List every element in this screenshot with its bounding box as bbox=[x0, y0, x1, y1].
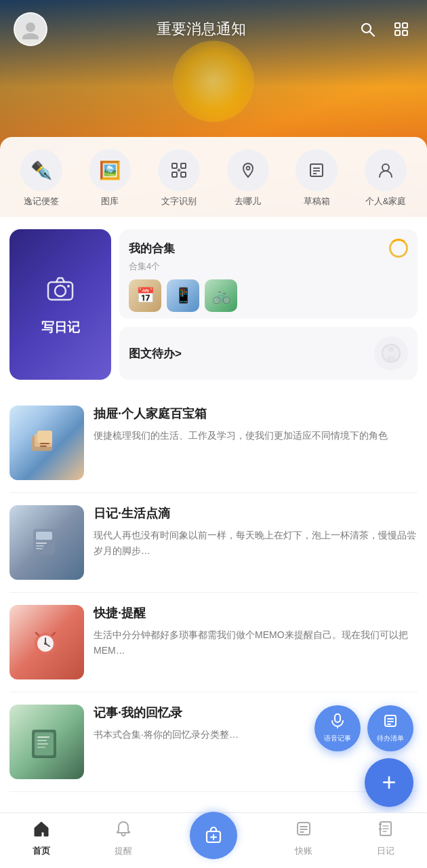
center-nav-button[interactable] bbox=[190, 812, 237, 859]
svg-point-40 bbox=[44, 642, 47, 645]
fab-area: 语音记事 待办清单 + bbox=[314, 705, 413, 807]
svg-rect-32 bbox=[36, 532, 52, 540]
svg-point-19 bbox=[382, 164, 389, 171]
nav-item-home[interactable]: 首页 bbox=[0, 820, 82, 861]
quickbill-label: 快账 bbox=[295, 845, 312, 857]
svg-rect-64 bbox=[379, 828, 382, 830]
quick-item-family[interactable]: 个人&家庭 bbox=[361, 149, 411, 208]
collection-thumb-2: 📱 bbox=[167, 279, 199, 312]
top-cards: 写日记 我的合集 合集4个 📅 📱 🚲 图文待办> bbox=[9, 229, 418, 380]
svg-rect-49 bbox=[335, 714, 340, 722]
ocr-icon bbox=[158, 149, 200, 191]
nav-item-diary[interactable]: 日记 bbox=[345, 820, 427, 861]
svg-rect-7 bbox=[403, 31, 407, 35]
article-title-1: 日记·生活点滴 bbox=[94, 505, 418, 522]
voice-label: 语音记事 bbox=[324, 734, 351, 743]
collection-thumbs: 📅 📱 🚲 bbox=[129, 279, 408, 312]
article-desc-1: 现代人再也没有时间象以前一样，每天晚上在灯下，泡上一杯清茶，慢慢品尝岁月的脚步… bbox=[94, 528, 418, 558]
draft-label: 草稿箱 bbox=[304, 195, 330, 208]
write-diary-card[interactable]: 写日记 bbox=[9, 229, 111, 380]
svg-rect-48 bbox=[37, 747, 45, 748]
memo-label: 逸记便签 bbox=[24, 195, 59, 208]
article-title-2: 快捷·提醒 bbox=[94, 605, 418, 622]
pending-card[interactable]: 图文待办> bbox=[119, 327, 418, 380]
svg-point-22 bbox=[67, 285, 70, 288]
svg-rect-35 bbox=[36, 548, 43, 549]
diary-icon bbox=[377, 820, 394, 842]
article-thumb-1 bbox=[9, 505, 84, 580]
svg-rect-6 bbox=[395, 31, 400, 35]
bell-icon bbox=[115, 820, 132, 842]
svg-rect-33 bbox=[36, 542, 47, 544]
hero-banner: 重要消息通知 ✒️ 逸记便签 🖼 bbox=[0, 0, 427, 217]
camera-icon bbox=[44, 273, 77, 312]
pending-label: 待办清单 bbox=[377, 734, 404, 743]
collection-subtitle: 合集4个 bbox=[129, 260, 408, 273]
location-label: 去哪儿 bbox=[235, 195, 261, 208]
ocr-label: 文字识别 bbox=[161, 195, 197, 208]
quick-item-ocr[interactable]: 文字识别 bbox=[154, 149, 205, 208]
svg-rect-28 bbox=[37, 431, 52, 443]
header-actions bbox=[355, 17, 413, 41]
bottom-nav: 首页 提醒 快账 bbox=[0, 812, 427, 868]
pending-list-button[interactable]: 待办清单 bbox=[367, 705, 413, 751]
article-content-1: 日记·生活点滴 现代人再也没有时间象以前一样，每天晚上在灯下，泡上一杯清茶，慢慢… bbox=[94, 505, 418, 580]
nav-item-quickbill[interactable]: 快账 bbox=[263, 820, 345, 861]
fab-secondary-row: 语音记事 待办清单 bbox=[314, 705, 413, 751]
avatar[interactable] bbox=[14, 12, 47, 46]
quick-item-gallery[interactable]: 🖼️ 图库 bbox=[85, 149, 136, 208]
svg-rect-15 bbox=[310, 164, 323, 176]
location-icon bbox=[227, 149, 269, 191]
family-icon bbox=[365, 149, 407, 191]
svg-line-42 bbox=[52, 633, 55, 635]
article-content-2: 快捷·提醒 生活中分分钟都好多琐事都需我们做个MEMO来提醒自己。现在我们可以把… bbox=[94, 605, 418, 679]
article-thumb-2 bbox=[9, 605, 84, 679]
svg-rect-9 bbox=[181, 163, 186, 168]
quick-item-draft[interactable]: 草稿箱 bbox=[291, 149, 342, 208]
article-desc-0: 便捷梳理我们的生活、工作及学习，使我们更加适应不同情境下的角色 bbox=[94, 428, 418, 443]
fab-main-button[interactable]: + bbox=[365, 758, 413, 807]
write-diary-label: 写日记 bbox=[41, 319, 80, 336]
svg-point-14 bbox=[246, 167, 249, 170]
collection-title: 我的合集 bbox=[129, 241, 175, 256]
quick-item-memo[interactable]: ✒️ 逸记便签 bbox=[16, 149, 66, 208]
article-item-2[interactable]: 快捷·提醒 生活中分分钟都好多琐事都需我们做个MEMO来提醒自己。现在我们可以把… bbox=[9, 593, 418, 692]
article-item-1[interactable]: 日记·生活点滴 现代人再也没有时间象以前一样，每天晚上在灯下，泡上一杯清茶，慢慢… bbox=[9, 493, 418, 593]
spinner-icon bbox=[389, 239, 408, 258]
svg-rect-8 bbox=[172, 163, 177, 168]
nav-item-center[interactable] bbox=[164, 812, 262, 869]
svg-rect-11 bbox=[181, 172, 186, 177]
voice-record-button[interactable]: 语音记事 bbox=[314, 705, 361, 751]
search-button[interactable] bbox=[355, 17, 380, 41]
memo-icon: ✒️ bbox=[20, 149, 62, 191]
nav-item-reminder[interactable]: 提醒 bbox=[82, 820, 164, 861]
right-cards: 我的合集 合集4个 📅 📱 🚲 图文待办> bbox=[119, 229, 418, 380]
collection-thumb-3: 🚲 bbox=[205, 279, 237, 312]
svg-point-25 bbox=[386, 356, 396, 361]
svg-rect-29 bbox=[40, 443, 49, 444]
svg-rect-5 bbox=[403, 23, 407, 28]
article-thumb-0 bbox=[9, 406, 84, 480]
family-label: 个人&家庭 bbox=[365, 195, 407, 208]
svg-point-24 bbox=[388, 347, 394, 352]
grid-button[interactable] bbox=[389, 17, 413, 41]
svg-point-1 bbox=[22, 33, 39, 39]
collection-card[interactable]: 我的合集 合集4个 📅 📱 🚲 bbox=[119, 229, 418, 319]
quick-item-location[interactable]: 去哪儿 bbox=[222, 149, 273, 208]
svg-rect-47 bbox=[37, 743, 48, 745]
checklist-icon bbox=[383, 713, 398, 732]
svg-line-41 bbox=[36, 633, 39, 635]
draft-icon bbox=[296, 149, 338, 191]
svg-rect-45 bbox=[37, 736, 49, 738]
gallery-icon: 🖼️ bbox=[89, 149, 131, 191]
gallery-label: 图库 bbox=[101, 195, 119, 208]
svg-rect-10 bbox=[172, 172, 177, 177]
article-item-0[interactable]: 抽屉·个人家庭百宝箱 便捷梳理我们的生活、工作及学习，使我们更加适应不同情境下的… bbox=[9, 393, 418, 493]
article-thumb-3 bbox=[9, 705, 84, 779]
svg-point-21 bbox=[55, 285, 66, 296]
svg-line-3 bbox=[370, 32, 375, 37]
pending-icon bbox=[374, 336, 408, 370]
svg-rect-63 bbox=[379, 823, 382, 825]
svg-rect-34 bbox=[36, 545, 44, 547]
home-label: 首页 bbox=[33, 845, 50, 857]
